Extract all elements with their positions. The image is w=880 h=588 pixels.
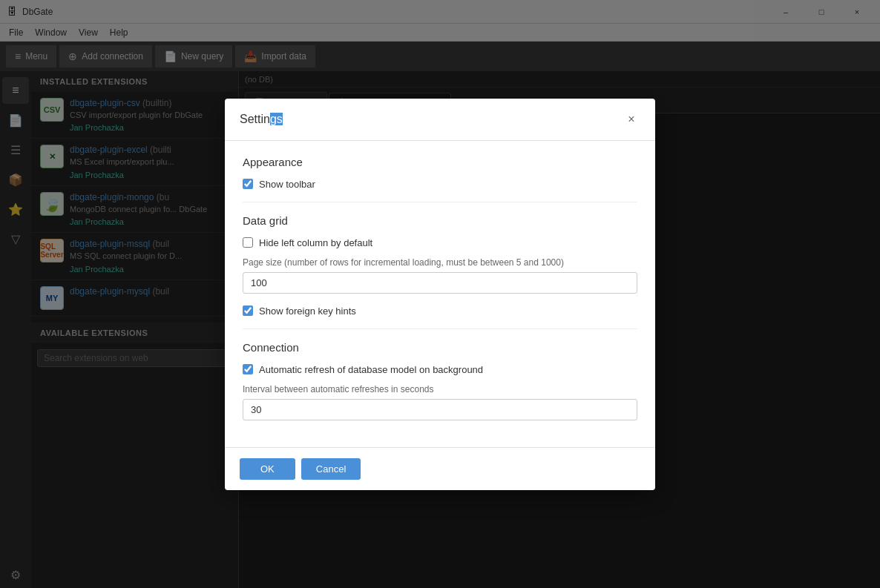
modal-overlay: Settings × Appearance Show toolbar Data …: [0, 0, 880, 588]
modal-title-part1: Settin: [240, 113, 270, 125]
modal-header: Settings ×: [225, 99, 655, 141]
show-fk-hints-label[interactable]: Show foreign key hints: [259, 305, 356, 317]
divider2: [243, 328, 637, 329]
show-fk-hints-row: Show foreign key hints: [243, 305, 637, 317]
show-toolbar-checkbox[interactable]: [243, 179, 253, 189]
modal-close-button[interactable]: ×: [623, 110, 640, 128]
connection-title: Connection: [243, 341, 637, 354]
ok-button[interactable]: OK: [240, 458, 295, 480]
interval-label: Interval between automatic refreshes in …: [243, 384, 637, 394]
show-fk-hints-checkbox[interactable]: [243, 305, 253, 316]
page-size-label: Page size (number of rows for incrementa…: [243, 257, 637, 268]
divider1: [243, 202, 637, 202]
cancel-button[interactable]: Cancel: [301, 458, 361, 480]
auto-refresh-row: Automatic refresh of database model on b…: [243, 364, 637, 375]
auto-refresh-label[interactable]: Automatic refresh of database model on b…: [259, 364, 483, 375]
appearance-title: Appearance: [243, 156, 637, 168]
modal-body: Appearance Show toolbar Data grid Hide l…: [225, 141, 655, 447]
modal-title: Settings: [240, 113, 283, 126]
auto-refresh-checkbox[interactable]: [243, 364, 253, 374]
hide-left-col-row: Hide left column by default: [243, 237, 637, 248]
show-toolbar-label[interactable]: Show toolbar: [259, 179, 315, 190]
hide-left-col-label[interactable]: Hide left column by default: [259, 237, 372, 248]
settings-modal: Settings × Appearance Show toolbar Data …: [225, 99, 655, 490]
hide-left-col-checkbox[interactable]: [243, 237, 253, 248]
modal-footer: OK Cancel: [225, 447, 655, 490]
page-size-input[interactable]: [243, 272, 637, 294]
modal-title-highlight: gs: [270, 113, 283, 125]
data-grid-title: Data grid: [243, 214, 637, 227]
show-toolbar-row: Show toolbar: [243, 179, 637, 190]
interval-input[interactable]: [243, 399, 637, 420]
